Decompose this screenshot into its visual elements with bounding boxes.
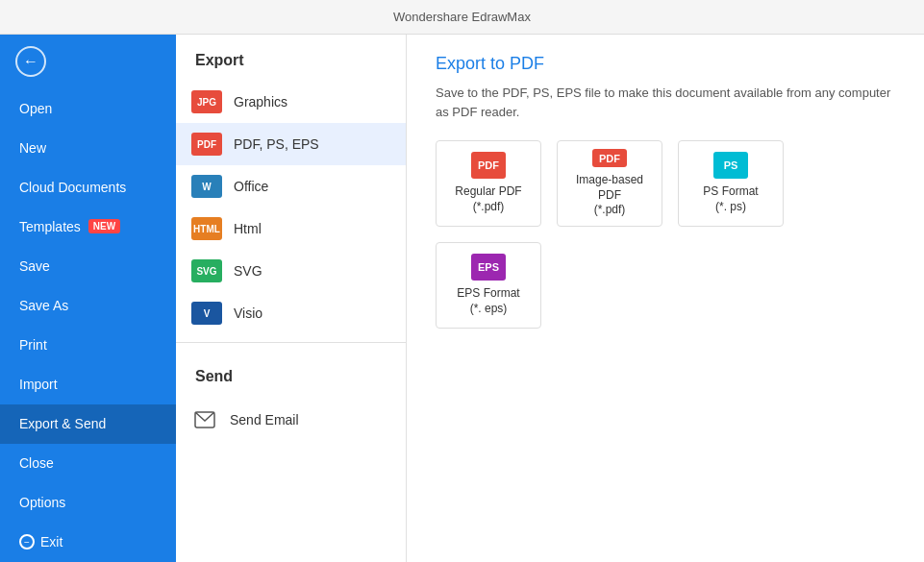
middle-panel: Export JPG Graphics PDF PDF, PS, EPS W O…: [176, 35, 407, 562]
new-badge: NEW: [88, 219, 120, 233]
pdf-icon: PDF: [191, 133, 222, 156]
image-pdf-label: Image-based PDF(*.pdf): [565, 173, 654, 218]
sidebar: ← Open New Cloud Documents Templates NEW…: [0, 35, 176, 562]
exit-icon: −: [19, 534, 35, 550]
content-description: Save to the PDF, PS, EPS file to make th…: [436, 84, 895, 121]
panel-item-graphics[interactable]: JPG Graphics: [176, 81, 406, 123]
panel-item-visio[interactable]: V Visio: [176, 292, 406, 334]
panel-divider: [176, 342, 406, 343]
sidebar-item-print[interactable]: Print: [0, 325, 176, 364]
back-icon: ←: [15, 46, 46, 77]
eps-label: EPS Format(*. eps): [457, 286, 519, 316]
sidebar-item-export[interactable]: Export & Send: [0, 404, 176, 444]
panel-item-html[interactable]: HTML Html: [176, 208, 406, 250]
panel-item-svg[interactable]: SVG SVG: [176, 250, 406, 292]
send-email-icon: [191, 406, 218, 433]
panel-item-office[interactable]: W Office: [176, 165, 406, 208]
back-button[interactable]: ←: [0, 35, 176, 88]
office-icon: W: [191, 175, 222, 198]
sidebar-item-templates[interactable]: Templates NEW: [0, 207, 176, 246]
graphics-icon: JPG: [191, 90, 222, 113]
sidebar-item-exit[interactable]: − Exit: [0, 523, 176, 562]
sidebar-item-open[interactable]: Open: [0, 88, 176, 128]
sidebar-item-save-as[interactable]: Save As: [0, 285, 176, 325]
app-title: Wondershare EdrawMax: [393, 10, 531, 24]
regular-pdf-icon: PDF: [471, 152, 506, 179]
html-icon: HTML: [191, 217, 222, 240]
ps-icon: PS: [713, 152, 748, 179]
visio-label: Visio: [234, 305, 262, 321]
panel-item-pdf[interactable]: PDF PDF, PS, EPS: [176, 123, 406, 165]
export-card-eps[interactable]: EPS EPS Format(*. eps): [436, 242, 541, 329]
ps-label: PS Format(*. ps): [703, 184, 758, 214]
pdf-label: PDF, PS, EPS: [234, 136, 319, 152]
sidebar-item-cloud[interactable]: Cloud Documents: [0, 167, 176, 207]
export-card-image-pdf[interactable]: PDF Image-based PDF(*.pdf): [557, 140, 662, 227]
visio-icon: V: [191, 302, 222, 325]
send-email-label: Send Email: [230, 412, 299, 428]
eps-icon: EPS: [471, 254, 506, 281]
content-title: Export to PDF: [436, 54, 895, 74]
office-label: Office: [234, 179, 268, 194]
sidebar-item-new[interactable]: New: [0, 128, 176, 167]
panel-item-send-email[interactable]: Send Email: [176, 397, 406, 443]
graphics-label: Graphics: [234, 94, 287, 110]
export-card-ps[interactable]: PS PS Format(*. ps): [678, 140, 784, 227]
regular-pdf-label: Regular PDF(*.pdf): [455, 184, 521, 214]
export-card-regular-pdf[interactable]: PDF Regular PDF(*.pdf): [436, 140, 541, 227]
export-options: PDF Regular PDF(*.pdf) PDF Image-based P…: [436, 140, 895, 329]
sidebar-item-options[interactable]: Options: [0, 483, 176, 523]
export-section-header: Export: [176, 35, 406, 81]
content-panel: Export to PDF Save to the PDF, PS, EPS f…: [407, 35, 924, 562]
svg-label: SVG: [234, 263, 262, 279]
sidebar-item-close[interactable]: Close: [0, 444, 176, 483]
svg-icon: SVG: [191, 259, 222, 282]
send-section-header: Send: [176, 351, 406, 397]
image-pdf-icon: PDF: [592, 149, 627, 167]
sidebar-item-import[interactable]: Import: [0, 365, 176, 404]
html-label: Html: [234, 221, 262, 236]
title-bar: Wondershare EdrawMax: [0, 0, 924, 35]
sidebar-item-save[interactable]: Save: [0, 246, 176, 285]
